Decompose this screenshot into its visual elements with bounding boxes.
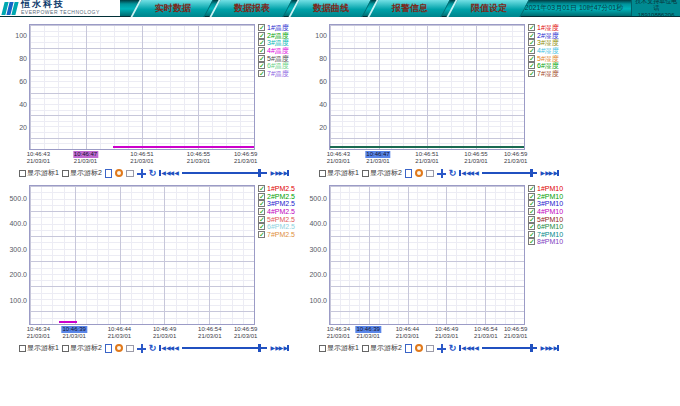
legend-item[interactable]: ✓5#PM10: [528, 215, 567, 223]
timeline-slider[interactable]: [182, 172, 267, 174]
legend-item[interactable]: ✓5#温度: [258, 54, 297, 62]
cursor2-checkbox[interactable]: 显示游标2: [62, 343, 102, 353]
legend-checkbox-icon[interactable]: ✓: [528, 193, 535, 200]
skip-start-button[interactable]: ◀: [459, 169, 465, 177]
step-backward-button[interactable]: ◀: [474, 169, 478, 177]
copy-icon[interactable]: [405, 169, 412, 178]
legend-checkbox-icon[interactable]: ✓: [258, 216, 265, 223]
cursor1-checkbox[interactable]: 显示游标1: [319, 343, 359, 353]
legend-item[interactable]: ✓1#湿度: [528, 24, 567, 32]
crosshair-icon[interactable]: [137, 169, 146, 178]
legend-item[interactable]: ✓4#湿度: [528, 47, 567, 55]
copy-icon[interactable]: [105, 344, 112, 353]
skip-end-button[interactable]: ▶: [283, 344, 289, 352]
plot-area[interactable]: [329, 185, 525, 325]
slider-handle[interactable]: [258, 344, 261, 352]
copy-icon[interactable]: [105, 169, 112, 178]
step-forward-button[interactable]: ▶: [541, 169, 545, 177]
legend-item[interactable]: ✓7#PM2.5: [258, 231, 297, 239]
legend-item[interactable]: ✓5#湿度: [528, 54, 567, 62]
refresh-icon[interactable]: ↻: [149, 169, 157, 178]
legend-item[interactable]: ✓3#PM2.5: [258, 200, 297, 208]
copy-icon[interactable]: [405, 344, 412, 353]
legend-item[interactable]: ✓7#PM10: [528, 231, 567, 239]
legend-item[interactable]: ✓3#湿度: [528, 39, 567, 47]
zoom-icon[interactable]: [415, 344, 423, 352]
legend-checkbox-icon[interactable]: ✓: [528, 62, 535, 69]
legend-item[interactable]: ✓2#湿度: [528, 32, 567, 40]
crosshair-icon[interactable]: [437, 169, 446, 178]
legend-checkbox-icon[interactable]: ✓: [528, 39, 535, 46]
legend-item[interactable]: ✓4#温度: [258, 47, 297, 55]
refresh-icon[interactable]: ↻: [449, 169, 457, 178]
skip-end-button[interactable]: ▶: [553, 344, 559, 352]
legend-item[interactable]: ✓6#湿度: [528, 62, 567, 70]
fast-forward-button[interactable]: ▶▶: [275, 169, 282, 177]
legend-checkbox-icon[interactable]: ✓: [258, 24, 265, 31]
tab-data-report[interactable]: 数据报表: [209, 0, 292, 17]
step-forward-button[interactable]: ▶: [271, 344, 275, 352]
legend-item[interactable]: ✓1#温度: [258, 24, 297, 32]
cursor2-checkbox[interactable]: 显示游标2: [362, 168, 402, 178]
slider-handle[interactable]: [258, 169, 261, 177]
legend-checkbox-icon[interactable]: ✓: [258, 200, 265, 207]
timeline-slider[interactable]: [182, 347, 267, 349]
skip-start-button[interactable]: ◀: [159, 169, 165, 177]
legend-checkbox-icon[interactable]: ✓: [528, 223, 535, 230]
legend-checkbox-icon[interactable]: ✓: [258, 55, 265, 62]
slider-handle[interactable]: [530, 344, 533, 352]
zoom-icon[interactable]: [115, 169, 123, 177]
legend-item[interactable]: ✓1#PM10: [528, 185, 567, 193]
legend-checkbox-icon[interactable]: ✓: [258, 62, 265, 69]
skip-start-button[interactable]: ◀: [459, 344, 465, 352]
timeline-slider[interactable]: [482, 172, 537, 174]
pan-icon[interactable]: [126, 345, 134, 352]
legend-item[interactable]: ✓3#温度: [258, 39, 297, 47]
crosshair-icon[interactable]: [137, 344, 146, 353]
refresh-icon[interactable]: ↻: [449, 344, 457, 353]
cursor1-checkbox[interactable]: 显示游标1: [19, 168, 59, 178]
step-backward-button[interactable]: ◀: [174, 169, 178, 177]
legend-checkbox-icon[interactable]: ✓: [258, 193, 265, 200]
legend-item[interactable]: ✓2#PM10: [528, 193, 567, 201]
skip-end-button[interactable]: ▶: [283, 169, 289, 177]
plot-area[interactable]: [329, 24, 525, 150]
legend-checkbox-icon[interactable]: ✓: [528, 216, 535, 223]
legend-item[interactable]: ✓8#PM10: [528, 238, 567, 246]
tab-limit-setting[interactable]: 限值设定: [446, 0, 529, 17]
pan-icon[interactable]: [426, 345, 434, 352]
cursor1-checkbox[interactable]: 显示游标1: [19, 343, 59, 353]
fast-forward-button[interactable]: ▶▶: [275, 344, 282, 352]
timeline-slider[interactable]: [482, 347, 537, 349]
legend-checkbox-icon[interactable]: ✓: [258, 208, 265, 215]
legend-checkbox-icon[interactable]: ✓: [528, 185, 535, 192]
tab-realtime-data[interactable]: 实时数据: [130, 0, 213, 17]
legend-item[interactable]: ✓6#PM2.5: [258, 223, 297, 231]
legend-item[interactable]: ✓3#PM10: [528, 200, 567, 208]
legend-item[interactable]: ✓2#PM2.5: [258, 193, 297, 201]
fast-backward-button[interactable]: ◀◀: [166, 169, 173, 177]
legend-checkbox-icon[interactable]: ✓: [528, 208, 535, 215]
tab-alarm-info[interactable]: 报警信息: [367, 0, 450, 17]
legend-checkbox-icon[interactable]: ✓: [258, 231, 265, 238]
refresh-icon[interactable]: ↻: [149, 344, 157, 353]
legend-item[interactable]: ✓5#PM2.5: [258, 215, 297, 223]
skip-start-button[interactable]: ◀: [159, 344, 165, 352]
legend-item[interactable]: ✓2#温度: [258, 32, 297, 40]
skip-end-button[interactable]: ▶: [553, 169, 559, 177]
legend-checkbox-icon[interactable]: ✓: [258, 185, 265, 192]
legend-item[interactable]: ✓6#PM10: [528, 223, 567, 231]
fast-backward-button[interactable]: ◀◀: [466, 344, 473, 352]
legend-checkbox-icon[interactable]: ✓: [258, 32, 265, 39]
plot-area[interactable]: [29, 185, 255, 325]
legend-checkbox-icon[interactable]: ✓: [528, 55, 535, 62]
legend-checkbox-icon[interactable]: ✓: [528, 24, 535, 31]
step-backward-button[interactable]: ◀: [474, 344, 478, 352]
legend-item[interactable]: ✓6#温度: [258, 62, 297, 70]
tab-data-curve[interactable]: 数据曲线: [288, 0, 371, 17]
legend-checkbox-icon[interactable]: ✓: [528, 70, 535, 77]
crosshair-icon[interactable]: [437, 344, 446, 353]
step-backward-button[interactable]: ◀: [174, 344, 178, 352]
fast-forward-button[interactable]: ▶▶: [545, 169, 552, 177]
cursor2-checkbox[interactable]: 显示游标2: [362, 343, 402, 353]
